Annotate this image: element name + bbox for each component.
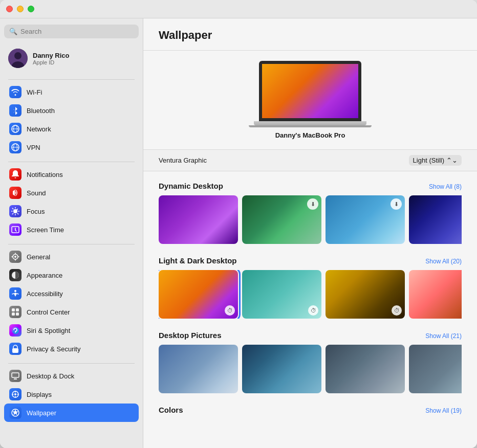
wallpaper-thumb[interactable]: ⬇ [409, 195, 462, 244]
wallpaper-thumb[interactable]: ⬇ [409, 345, 462, 393]
macbook-screen-wallpaper [262, 64, 358, 118]
macbook-screen [259, 61, 361, 121]
sidebar-item-vpn[interactable]: VPN [4, 138, 139, 156]
wallpaper-thumb[interactable] [159, 345, 238, 393]
screentime-icon [9, 223, 21, 236]
user-profile[interactable]: Danny Rico Apple ID [4, 46, 139, 71]
show-all-dynamic[interactable]: Show All (8) [429, 183, 462, 190]
wallpaper-thumb[interactable]: ⏱ [242, 270, 321, 319]
search-icon: 🔍 [9, 28, 17, 35]
svg-point-1 [14, 52, 21, 59]
section-title: Light & Dark Desktop [159, 256, 237, 265]
sidebar-item-wallpaper[interactable]: Wallpaper [4, 404, 139, 422]
wallpaper-thumb[interactable] [242, 345, 321, 393]
user-info: Danny Rico Apple ID [33, 52, 70, 65]
macbook-foot [249, 125, 372, 127]
chevron-updown-icon: ⌃⌄ [446, 156, 458, 164]
sidebar-item-label: Bluetooth [27, 107, 55, 115]
section-dynamic-desktop-header: Dynamic Desktop Show All (8) [159, 182, 462, 190]
sidebar-section-preferences: General Appearance [4, 248, 139, 358]
desktop-icon [9, 370, 21, 382]
sidebar-item-displays[interactable]: Displays [4, 385, 139, 404]
search-input[interactable] [20, 28, 134, 35]
sidebar-item-wifi[interactable]: Wi-Fi [4, 83, 139, 101]
svg-rect-16 [12, 308, 15, 311]
sidebar-item-accessibility[interactable]: Accessibility [4, 284, 139, 303]
maximize-button[interactable] [28, 6, 34, 12]
sidebar-item-label: Siri & Spotlight [27, 327, 70, 334]
wallpaper-name: Ventura Graphic [159, 156, 207, 164]
wallpaper-style-picker[interactable]: Light (Still) ⌃⌄ [409, 155, 462, 166]
sidebar-item-network[interactable]: Network [4, 120, 139, 138]
minimize-button[interactable] [17, 6, 24, 12]
sidebar-section-system: Notifications Sound [4, 165, 139, 239]
sidebar-item-focus[interactable]: Focus [4, 202, 139, 220]
search-bar[interactable]: 🔍 [4, 25, 139, 38]
device-preview: Danny's MacBook Pro [143, 51, 477, 150]
wallpaper-thumb[interactable]: ⏱ [326, 270, 405, 319]
sidebar-item-label: Notifications [27, 171, 63, 178]
wallpaper-thumb[interactable] [326, 345, 405, 393]
wallpaper-selector: Ventura Graphic Light (Still) ⌃⌄ [143, 150, 477, 171]
section-dynamic-desktop: Dynamic Desktop Show All (8) ⬇ [159, 182, 462, 244]
avatar [8, 49, 28, 68]
sidebar-item-label: Desktop & Dock [27, 372, 74, 380]
sidebar-item-label: Accessibility [27, 290, 63, 298]
device-name: Danny's MacBook Pro [275, 131, 345, 139]
sidebar-item-controlcenter[interactable]: Control Center [4, 303, 139, 321]
wallpaper-thumb[interactable]: ⬇ [326, 195, 405, 244]
main-content: Wallpaper Danny's MacBook Pro Ventura Gr… [143, 18, 477, 448]
accessibility-icon [9, 287, 21, 300]
macbook-preview [259, 61, 361, 127]
sidebar-item-general[interactable]: General [4, 248, 139, 266]
svg-point-20 [12, 327, 19, 334]
sidebar-item-label: Wi-Fi [27, 88, 42, 96]
vpn-icon [9, 141, 21, 153]
sidebar-item-label: Network [27, 125, 51, 133]
svg-rect-17 [16, 308, 19, 311]
sidebar-divider-1 [8, 79, 135, 80]
wallpaper-scroll-area[interactable]: Dynamic Desktop Show All (8) ⬇ [143, 171, 477, 448]
titlebar [0, 0, 477, 18]
displays-icon [9, 388, 21, 400]
user-apple-id: Apple ID [33, 59, 70, 65]
sidebar-item-bluetooth[interactable]: Bluetooth [4, 101, 139, 120]
sidebar-item-label: Displays [27, 391, 52, 398]
section-desktop-pictures-header: Desktop Pictures Show All (21) [159, 331, 462, 340]
sidebar-item-screentime[interactable]: Screen Time [4, 220, 139, 239]
show-all-colors[interactable]: Show All (19) [425, 407, 462, 414]
wallpaper-thumb-selected[interactable]: ⏱ [159, 270, 238, 319]
dynamic-mode-icon: ⏱ [392, 305, 402, 316]
sidebar-item-notifications[interactable]: Notifications [4, 165, 139, 184]
show-all-desktop-pictures[interactable]: Show All (21) [425, 332, 462, 340]
section-title: Dynamic Desktop [159, 182, 223, 190]
section-desktop-pictures: Desktop Pictures Show All (21) [159, 331, 462, 393]
wifi-icon [9, 86, 21, 98]
wallpaper-thumb[interactable]: ⬇ [242, 195, 321, 244]
sidebar-item-privacy[interactable]: Privacy & Security [4, 340, 139, 358]
sidebar-item-label: VPN [27, 144, 40, 151]
sidebar-item-appearance[interactable]: Appearance [4, 266, 139, 284]
section-light-dark-desktop: Light & Dark Desktop Show All (20) ⏱ ⏱ [159, 256, 462, 319]
traffic-lights [6, 6, 34, 12]
network-icon [9, 123, 21, 135]
sidebar-item-siri[interactable]: Siri & Spotlight [4, 321, 139, 340]
wallpaper-thumb[interactable] [159, 195, 238, 244]
user-name: Danny Rico [33, 52, 70, 59]
svg-point-13 [14, 256, 16, 258]
close-button[interactable] [6, 6, 13, 12]
wallpaper-thumb[interactable]: ⏱ [409, 270, 462, 319]
controlcenter-icon [9, 306, 21, 318]
sidebar-item-label: Privacy & Security [27, 345, 80, 353]
show-all-light-dark[interactable]: Show All (20) [425, 258, 462, 265]
page-title: Wallpaper [159, 29, 462, 42]
sidebar: 🔍 Danny Rico Apple ID [0, 18, 143, 448]
sidebar-section-display: Desktop & Dock Displays [4, 367, 139, 422]
macbook-base [254, 121, 366, 125]
sidebar-item-label: Screen Time [27, 226, 64, 234]
content-area: 🔍 Danny Rico Apple ID [0, 18, 477, 448]
svg-line-11 [15, 230, 16, 231]
sidebar-item-desktop[interactable]: Desktop & Dock [4, 367, 139, 385]
sidebar-item-sound[interactable]: Sound [4, 184, 139, 202]
section-colors-header: Colors Show All (19) [159, 406, 462, 414]
